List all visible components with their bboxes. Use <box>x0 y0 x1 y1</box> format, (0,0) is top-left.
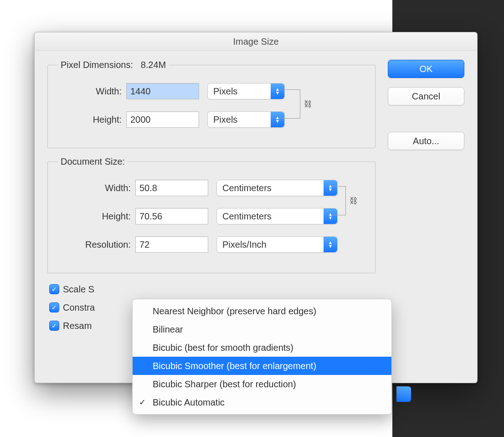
resolution-unit-value: Pixels/Inch <box>222 239 267 250</box>
resolution-input[interactable] <box>135 236 208 253</box>
scale-styles-checkbox-row[interactable]: ✓ Scale S <box>49 281 375 297</box>
pixel-height-label: Height: <box>58 114 126 125</box>
menu-item-bicubic-smoother[interactable]: Bicubic Smoother (best for enlargement) <box>133 357 391 375</box>
menu-item-bicubic[interactable]: Bicubic (best for smooth gradients) <box>133 338 391 357</box>
checkbox-checked-icon: ✓ <box>49 321 59 331</box>
pixel-width-unit-select[interactable]: Pixels ▲▼ <box>207 83 285 99</box>
doc-width-unit-value: Centimeters <box>222 183 272 193</box>
checkbox-checked-icon: ✓ <box>49 284 59 294</box>
resample-select-stepper-peek <box>396 386 411 402</box>
resample-method-menu: Nearest Neighbor (preserve hard edges) B… <box>132 299 392 415</box>
pixel-dimensions-group: Pixel Dimensions: 8.24M Width: Pixels ▲▼… <box>47 60 375 148</box>
ok-button[interactable]: OK <box>388 60 464 78</box>
link-icon: ⛓ <box>350 196 358 206</box>
link-icon: ⛓ <box>304 99 312 109</box>
dialog-title: Image Size <box>35 32 477 51</box>
doc-width-label: Width: <box>58 183 135 193</box>
resolution-label: Resolution: <box>58 239 135 250</box>
doc-height-unit-value: Centimeters <box>222 211 272 222</box>
doc-width-unit-select[interactable]: Centimeters ▲▼ <box>216 180 338 196</box>
constrain-bracket <box>279 89 300 119</box>
pixel-dimensions-legend: Pixel Dimensions: 8.24M <box>58 60 169 70</box>
stepper-icon: ▲▼ <box>324 237 337 252</box>
menu-item-bicubic-automatic[interactable]: ✓ Bicubic Automatic <box>133 393 391 411</box>
pixel-width-input[interactable] <box>126 83 199 99</box>
pixel-width-unit-value: Pixels <box>213 86 237 97</box>
pixel-height-unit-value: Pixels <box>213 114 237 125</box>
doc-height-unit-select[interactable]: Centimeters ▲▼ <box>216 208 338 224</box>
menu-item-nearest-neighbor[interactable]: Nearest Neighbor (preserve hard edges) <box>133 302 391 320</box>
constrain-bracket <box>332 186 346 215</box>
document-size-group: Document Size: Width: Centimeters ▲▼ Hei… <box>47 156 375 273</box>
constrain-proportions-label: Constra <box>63 302 95 313</box>
menu-item-bicubic-automatic-label: Bicubic Automatic <box>153 397 225 407</box>
menu-item-bicubic-sharper[interactable]: Bicubic Sharper (best for reduction) <box>133 375 391 393</box>
doc-height-input[interactable] <box>135 208 208 224</box>
cancel-button[interactable]: Cancel <box>388 87 464 105</box>
pixel-dimensions-label: Pixel Dimensions: <box>61 60 133 70</box>
doc-height-label: Height: <box>58 211 135 222</box>
auto-button[interactable]: Auto... <box>388 132 464 150</box>
pixel-width-label: Width: <box>58 86 126 97</box>
pixel-height-input[interactable] <box>126 111 199 128</box>
checkbox-checked-icon: ✓ <box>49 302 59 312</box>
document-size-legend: Document Size: <box>58 156 128 167</box>
doc-width-input[interactable] <box>135 180 208 196</box>
resample-image-label: Resam <box>63 321 92 331</box>
scale-styles-label: Scale S <box>63 284 94 295</box>
resolution-unit-select[interactable]: Pixels/Inch ▲▼ <box>216 236 338 253</box>
check-icon: ✓ <box>139 393 146 411</box>
pixel-height-unit-select[interactable]: Pixels ▲▼ <box>207 111 285 128</box>
menu-item-bilinear[interactable]: Bilinear <box>133 320 391 338</box>
pixel-dimensions-size: 8.24M <box>141 60 166 70</box>
